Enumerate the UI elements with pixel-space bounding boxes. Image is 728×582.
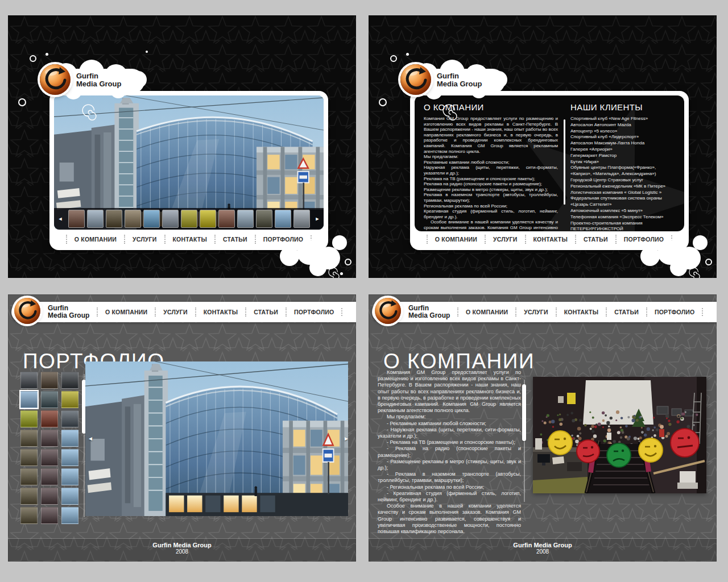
portfolio-thumbnail[interactable] xyxy=(61,391,78,408)
portfolio-thumbnail[interactable] xyxy=(20,372,38,389)
clients-heading: НАШИ КЛИЕНТЫ xyxy=(570,102,675,112)
nav-articles[interactable]: СТАТЬИ xyxy=(575,235,615,244)
client-item: Автосалон Максимум-Лахта Honda xyxy=(570,140,675,147)
nav-divider xyxy=(341,308,342,316)
carousel-thumbnail[interactable] xyxy=(68,210,85,228)
carousel-thumbnail[interactable] xyxy=(200,210,216,228)
carousel-thumbnail[interactable] xyxy=(162,210,179,228)
portfolio-thumbnail[interactable] xyxy=(20,449,38,466)
carousel-thumbnail[interactable] xyxy=(237,210,254,228)
logo: GurfinMedia Group xyxy=(386,60,508,106)
deco-dot xyxy=(345,259,351,265)
nav-portfolio[interactable]: ПОРТФОЛИО xyxy=(286,307,341,317)
portfolio-thumbnail[interactable] xyxy=(41,410,58,427)
portfolio-thumbnail[interactable] xyxy=(20,468,38,485)
cloud-ornament xyxy=(640,234,714,278)
portfolio-thumbnail[interactable] xyxy=(61,468,78,485)
header-bar: GurfinMedia Group О КОМПАНИИ УСЛУГИ КОНТ… xyxy=(11,302,356,322)
nav-about[interactable]: О КОМПАНИИ xyxy=(457,307,515,317)
service-item: Реклама на радио (спонсорские пакеты и р… xyxy=(424,181,558,187)
portfolio-thumbnail[interactable] xyxy=(20,507,38,524)
service-item: - Региональная реклама по всей России; xyxy=(378,484,521,490)
deco-dot xyxy=(390,55,397,62)
clients-list: Спортивный клуб «New Age Fitness»Автосал… xyxy=(570,116,675,231)
carousel-thumbnail[interactable] xyxy=(143,210,160,228)
nav-contacts[interactable]: КОНТАКТЫ xyxy=(164,235,214,244)
service-item: Рекламные кампании любой сложности; xyxy=(424,160,558,165)
footer-year: 2008 xyxy=(8,548,356,555)
nav-about[interactable]: О КОМПАНИИ xyxy=(427,235,485,244)
crowd-photo-art xyxy=(533,377,706,493)
about-text-column: Компания GM Group предоставляет услуги п… xyxy=(378,369,521,535)
portfolio-thumbnail[interactable] xyxy=(61,507,78,524)
image-prev-button[interactable]: ◄ xyxy=(88,435,93,442)
portfolio-thumbnail[interactable] xyxy=(41,449,58,466)
deco-dot xyxy=(30,55,36,62)
client-item: Автосалон Автопоинт Mazda xyxy=(570,122,675,128)
swirl-ornament xyxy=(326,265,341,278)
portfolio-thumbnail[interactable] xyxy=(20,410,38,427)
portfolio-thumbnail[interactable] xyxy=(20,430,38,447)
portfolio-thumbnail[interactable] xyxy=(61,449,78,466)
brand-text: GurfinMedia Group xyxy=(437,72,482,88)
client-item: Бутик «Икра» xyxy=(570,159,675,165)
portfolio-thumbnail[interactable] xyxy=(41,430,58,447)
column-scrollbar[interactable] xyxy=(564,119,565,205)
portfolio-thumbnail[interactable] xyxy=(61,410,78,427)
deco-dot xyxy=(46,53,48,56)
carousel-thumbnail[interactable] xyxy=(181,210,197,228)
portfolio-thumbnail[interactable] xyxy=(61,372,78,389)
portfolio-thumbnail[interactable] xyxy=(41,488,58,505)
carousel-thumbnail[interactable] xyxy=(293,210,310,228)
services-list: - Рекламные кампании любой сложности;- Н… xyxy=(378,421,521,504)
nav-about[interactable]: О КОМПАНИИ xyxy=(97,307,155,317)
carousel-next-button[interactable]: ► xyxy=(314,216,321,222)
portfolio-thumbnail[interactable] xyxy=(20,391,38,408)
nav-contacts[interactable]: КОНТАКТЫ xyxy=(195,307,245,317)
mockup-panel-home-dark: ◄ ► О КОМПАНИИ УСЛУГИ КОНТАКТЫ СТАТЬИ ПО… xyxy=(8,15,356,278)
service-item: - Реклама на радио (спонсорские пакеты и… xyxy=(378,446,521,458)
carousel-thumbnail[interactable] xyxy=(256,210,272,228)
portfolio-thumbnail[interactable] xyxy=(41,507,58,524)
portfolio-thumbnail[interactable] xyxy=(41,391,58,408)
nav-contacts[interactable]: КОНТАКТЫ xyxy=(556,307,606,317)
service-item: - Реклама в наземном транспорте (автобус… xyxy=(378,471,521,484)
portfolio-thumbnail[interactable] xyxy=(41,372,58,389)
logo-sphere-icon xyxy=(400,64,431,95)
nav-services[interactable]: УСЛУГИ xyxy=(124,235,164,244)
client-item: Телефонная компания «Экспресс Телеком» xyxy=(570,214,675,221)
client-item: Логистическая компания « Global Logistic… xyxy=(570,190,675,196)
about-closing: Особое внимание в нашей компании уделяет… xyxy=(378,503,521,535)
carousel-thumbnail[interactable] xyxy=(87,210,104,228)
nav-articles[interactable]: СТАТЬИ xyxy=(606,307,646,317)
portfolio-thumbnail[interactable] xyxy=(61,488,78,505)
nav-services[interactable]: УСЛУГИ xyxy=(155,307,195,317)
deco-dot xyxy=(340,272,343,275)
portfolio-thumbnail[interactable] xyxy=(20,488,38,505)
main-nav: О КОМПАНИИ УСЛУГИ КОНТАКТЫ СТАТЬИ ПОРТФО… xyxy=(457,302,703,322)
nav-portfolio[interactable]: ПОРТФОЛИО xyxy=(646,307,702,317)
carousel-thumbnail[interactable] xyxy=(106,210,122,228)
nav-about[interactable]: О КОМПАНИИ xyxy=(66,235,124,244)
nav-services[interactable]: УСЛУГИ xyxy=(515,307,555,317)
nav-contacts[interactable]: КОНТАКТЫ xyxy=(525,235,575,244)
nav-articles[interactable]: СТАТЬИ xyxy=(214,235,255,244)
nav-services[interactable]: УСЛУГИ xyxy=(485,235,524,244)
service-item: Региональная реклама по всей России; xyxy=(424,203,558,209)
carousel-thumbnail[interactable] xyxy=(275,210,291,228)
nav-articles[interactable]: СТАТЬИ xyxy=(245,307,286,317)
carousel-thumbnail[interactable] xyxy=(125,210,141,228)
carousel-prev-button[interactable]: ◄ xyxy=(57,216,64,222)
about-content-box: О КОМПАНИИ Компания GM Group предоставля… xyxy=(415,95,684,231)
client-item: Федеральная спутниковая система охраны «… xyxy=(570,196,675,208)
smiley-yellow-2 xyxy=(639,438,663,462)
carousel-thumbnail[interactable] xyxy=(218,210,235,228)
image-next-button[interactable]: ► xyxy=(344,435,349,442)
client-item: Городской Центр Страховых услуг xyxy=(570,177,675,184)
text-scrollbar-thumb[interactable] xyxy=(522,384,526,441)
portfolio-thumbnail[interactable] xyxy=(61,430,78,447)
deco-dot xyxy=(146,51,148,53)
page-footer: Gurfin Media Group 2008 xyxy=(8,538,356,562)
building-photo-art xyxy=(85,361,348,516)
portfolio-thumbnail[interactable] xyxy=(41,468,58,485)
